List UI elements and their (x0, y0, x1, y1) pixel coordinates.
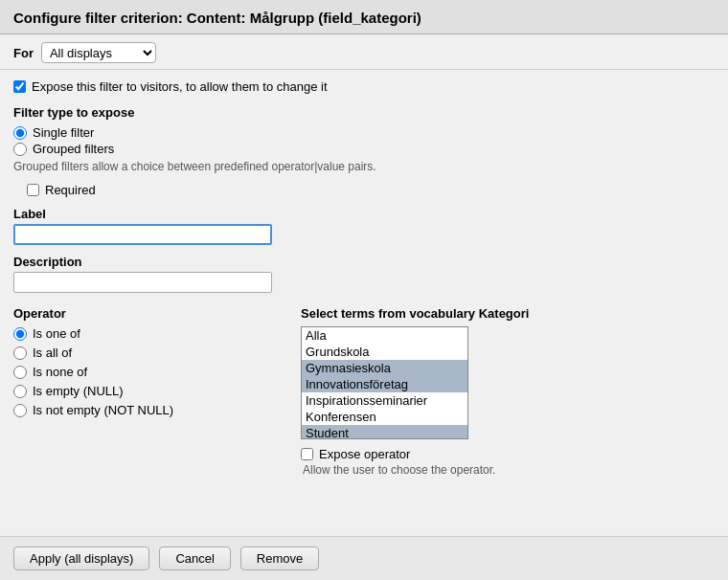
op-is-none-of-row: Is none of (13, 365, 282, 379)
description-field-label: Description (13, 255, 715, 269)
operator-section: Operator Is one of Is all of Is none of … (13, 306, 282, 477)
remove-button[interactable]: Remove (240, 547, 319, 570)
vocabulary-title: Select terms from vocabulary Kategori (301, 306, 715, 321)
required-checkbox[interactable] (27, 184, 39, 196)
op-is-all-of-label[interactable]: Is all of (33, 346, 72, 360)
op-is-empty-label[interactable]: Is empty (NULL) (33, 384, 124, 398)
two-col-section: Operator Is one of Is all of Is none of … (13, 306, 715, 477)
expose-operator-row: Expose operator (301, 447, 715, 461)
single-filter-radio[interactable] (13, 126, 27, 140)
label-input[interactable] (13, 224, 272, 245)
grouped-filter-row: Grouped filters (13, 142, 715, 156)
for-row: For All displays Default (0, 34, 728, 70)
dialog: Configure filter criterion: Content: Mål… (0, 0, 728, 580)
filter-type-group: Single filter Grouped filters (13, 125, 715, 156)
label-field-group: Label (13, 207, 715, 245)
description-field-group: Description (13, 255, 715, 293)
for-select[interactable]: All displays Default (41, 42, 156, 63)
grouped-filter-label[interactable]: Grouped filters (33, 142, 114, 156)
op-is-all-of-row: Is all of (13, 346, 282, 360)
op-is-none-of-radio[interactable] (13, 366, 27, 379)
footer: Apply (all displays) Cancel Remove (0, 536, 728, 580)
required-row: Required (27, 183, 715, 197)
list-item[interactable]: Student (302, 425, 467, 439)
op-is-not-empty-radio[interactable] (13, 404, 27, 417)
title-bar: Configure filter criterion: Content: Mål… (0, 0, 728, 34)
list-item[interactable]: Innovationsföretag (302, 376, 467, 392)
list-item[interactable]: Grundskola (302, 344, 467, 360)
op-is-one-of-row: Is one of (13, 326, 282, 341)
grouped-filter-radio[interactable] (13, 143, 27, 156)
list-item[interactable]: Konferensen (302, 409, 467, 425)
op-is-one-of-label[interactable]: Is one of (33, 326, 80, 341)
op-is-all-of-radio[interactable] (13, 346, 27, 360)
main-content: Expose this filter to visitors, to allow… (0, 70, 728, 536)
expose-operator-label[interactable]: Expose operator (319, 447, 410, 461)
expose-operator-checkbox[interactable] (301, 448, 313, 460)
op-is-not-empty-label[interactable]: Is not empty (NOT NULL) (33, 403, 173, 417)
expose-label[interactable]: Expose this filter to visitors, to allow… (32, 79, 328, 94)
for-label: For (13, 46, 34, 60)
single-filter-label[interactable]: Single filter (33, 125, 94, 140)
op-is-one-of-radio[interactable] (13, 327, 27, 341)
label-field-label: Label (13, 207, 715, 221)
filter-type-title: Filter type to expose (13, 105, 715, 120)
required-label[interactable]: Required (45, 183, 96, 197)
filter-type-hint: Grouped filters allow a choice between p… (13, 160, 715, 173)
op-is-not-empty-row: Is not empty (NOT NULL) (13, 403, 282, 417)
description-input[interactable] (13, 272, 272, 293)
op-is-empty-row: Is empty (NULL) (13, 384, 282, 398)
vocabulary-section: Select terms from vocabulary Kategori Al… (301, 306, 715, 477)
list-item[interactable]: Alla (302, 327, 467, 344)
single-filter-row: Single filter (13, 125, 715, 140)
list-item[interactable]: Gymnasieskola (302, 360, 467, 376)
list-item[interactable]: Inspirationsseminarier (302, 392, 467, 409)
expose-operator-hint: Allow the user to choose the operator. (303, 463, 715, 477)
dialog-title: Configure filter criterion: Content: Mål… (13, 10, 715, 26)
expose-row: Expose this filter to visitors, to allow… (13, 79, 715, 94)
vocabulary-list[interactable]: Alla Grundskola Gymnasieskola Innovation… (301, 326, 468, 439)
cancel-button[interactable]: Cancel (159, 547, 230, 570)
op-is-empty-radio[interactable] (13, 385, 27, 398)
operator-title: Operator (13, 306, 282, 321)
apply-button[interactable]: Apply (all displays) (13, 547, 149, 570)
expose-checkbox[interactable] (13, 80, 26, 93)
op-is-none-of-label[interactable]: Is none of (33, 365, 87, 379)
